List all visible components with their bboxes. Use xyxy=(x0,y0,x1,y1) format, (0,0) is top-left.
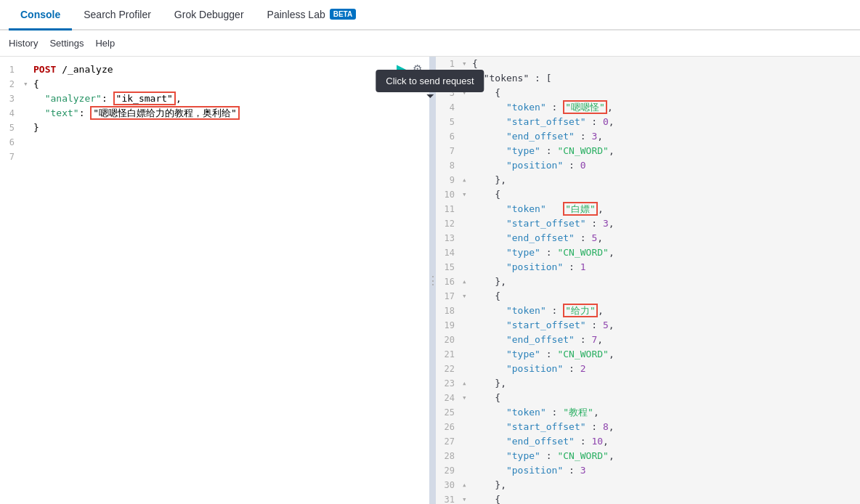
response-gutter xyxy=(462,333,472,347)
line-content[interactable]: POST /_analyze xyxy=(33,62,429,77)
line-content[interactable]: { xyxy=(33,77,429,92)
response-line: 27 "end_offset" : 10, xyxy=(436,434,860,449)
response-line-number: 11 xyxy=(436,202,462,216)
left-panel: ▶ ⚙ 1POST /_analyze2▾{3 "analyzer": "ik_… xyxy=(0,57,430,504)
json-key: "token" xyxy=(506,102,546,113)
brace: } xyxy=(33,122,39,133)
editor-line: 5} xyxy=(0,121,429,135)
tab-console[interactable]: Console xyxy=(9,0,72,31)
response-gutter[interactable]: ▾ xyxy=(462,187,472,202)
response-content: }, xyxy=(472,173,860,187)
response-content: }, xyxy=(472,376,860,391)
subnav-history[interactable]: History xyxy=(9,38,38,49)
highlight-text: "嗯嗯怪白嫖给力的教程，奥利给" xyxy=(90,106,240,120)
response-line: 11 "token" "白嫖", xyxy=(436,202,860,216)
response-gutter xyxy=(462,347,472,362)
response-gutter xyxy=(462,202,472,216)
subnav-settings[interactable]: Settings xyxy=(49,38,84,49)
json-string: "CN_WORD" xyxy=(557,349,608,359)
json-key: "position" xyxy=(506,261,563,272)
response-gutter[interactable]: ▴ xyxy=(462,173,472,187)
json-number: 3 xyxy=(603,218,609,229)
tab-search-profiler[interactable]: Search Profiler xyxy=(72,0,163,31)
tab-grok-debugger[interactable]: Grok Debugger xyxy=(163,0,256,31)
response-content: "start_offset" : 0, xyxy=(472,115,860,129)
response-line-number: 15 xyxy=(436,260,462,275)
response-line: 18 "token" : "给力", xyxy=(436,304,860,318)
json-key: "token" xyxy=(506,203,546,214)
response-line-number: 6 xyxy=(436,129,462,144)
response-gutter[interactable]: ▾ xyxy=(462,289,472,304)
response-line: 6 "end_offset" : 3, xyxy=(436,129,860,144)
response-line: 23▴ }, xyxy=(436,376,860,391)
tab-painless-lab[interactable]: Painless Lab BETA xyxy=(256,0,368,31)
response-content: "position" : 2 xyxy=(472,362,860,376)
json-key: "type" xyxy=(506,450,540,461)
json-key: "type" xyxy=(506,349,540,359)
json-key: "start_offset" xyxy=(506,320,586,330)
json-key: "position" xyxy=(506,363,563,374)
response-gutter xyxy=(462,158,472,173)
response-content: "end_offset" : 7, xyxy=(472,333,860,347)
response-gutter[interactable]: ▴ xyxy=(462,275,472,289)
line-gutter[interactable]: ▾ xyxy=(23,77,33,92)
response-content: { xyxy=(472,86,860,100)
editor-line: 1POST /_analyze xyxy=(0,62,429,77)
response-content: "type" : "CN_WORD", xyxy=(472,144,860,158)
response-line-number: 12 xyxy=(436,216,462,231)
response-line: 5 "start_offset" : 0, xyxy=(436,115,860,129)
json-key: "type" xyxy=(506,145,540,156)
response-line-number: 21 xyxy=(436,347,462,362)
panel-divider[interactable]: ⋮ xyxy=(430,57,436,504)
token-value-highlight: "给力" xyxy=(563,304,598,317)
json-number: 0 xyxy=(580,160,586,171)
highlight-analyzer: "ik_smart" xyxy=(113,92,176,105)
response-gutter[interactable]: ▾ xyxy=(462,492,472,504)
response-gutter[interactable]: ▴ xyxy=(462,376,472,391)
response-line-number: 16 xyxy=(436,275,462,289)
response-content: "start_offset" : 5, xyxy=(472,318,860,333)
response-line-number: 23 xyxy=(436,376,462,391)
line-number: 7 xyxy=(0,150,23,164)
response-content: { xyxy=(472,289,860,304)
response-content: }, xyxy=(472,478,860,492)
response-gutter[interactable]: ▾ xyxy=(462,391,472,405)
response-gutter[interactable]: ▴ xyxy=(462,478,472,492)
main-layout: Click to send request ▶ ⚙ 1POST /_analyz… xyxy=(0,57,860,504)
response-line: 24▾ { xyxy=(436,391,860,405)
line-number: 3 xyxy=(0,92,23,106)
json-key: "position" xyxy=(506,465,563,476)
response-line: 31▾ { xyxy=(436,492,860,504)
sub-nav: History Settings Help xyxy=(0,31,860,57)
brace: { xyxy=(33,78,39,89)
json-number: 3 xyxy=(580,465,586,476)
response-line: 21 "type" : "CN_WORD", xyxy=(436,347,860,362)
response-content: "position" : 1 xyxy=(472,260,860,275)
response-line: 20 "end_offset" : 7, xyxy=(436,333,860,347)
response-content: { xyxy=(472,187,860,202)
response-gutter[interactable]: ▾ xyxy=(462,57,472,71)
subnav-help[interactable]: Help xyxy=(95,38,115,49)
json-string: "教程" xyxy=(563,407,593,418)
json-key: "end_offset" xyxy=(506,436,575,447)
json-number: 10 xyxy=(591,436,603,447)
line-content[interactable]: "text": "嗯嗯怪白嫖给力的教程，奥利给" xyxy=(33,106,429,121)
top-nav: Console Search Profiler Grok Debugger Pa… xyxy=(0,0,860,31)
response-line: 16▴ }, xyxy=(436,275,860,289)
response-line-number: 28 xyxy=(436,449,462,463)
response-line: 30▴ }, xyxy=(436,478,860,492)
response-line: 28 "type" : "CN_WORD", xyxy=(436,449,860,463)
line-content[interactable]: "analyzer": "ik_smart", xyxy=(33,92,429,106)
response-line-number: 27 xyxy=(436,434,462,449)
json-string: "CN_WORD" xyxy=(557,247,608,258)
json-number: 7 xyxy=(591,334,597,345)
response-line-number: 7 xyxy=(436,144,462,158)
response-gutter xyxy=(462,318,472,333)
json-key: "text" xyxy=(45,107,79,118)
response-line-number: 18 xyxy=(436,304,462,318)
response-line: 25 "token" : "教程", xyxy=(436,405,860,420)
code-editor[interactable]: 1POST /_analyze2▾{3 "analyzer": "ik_smar… xyxy=(0,57,429,504)
line-content[interactable]: } xyxy=(33,121,429,135)
response-gutter xyxy=(462,463,472,478)
response-content: "position" : 0 xyxy=(472,158,860,173)
